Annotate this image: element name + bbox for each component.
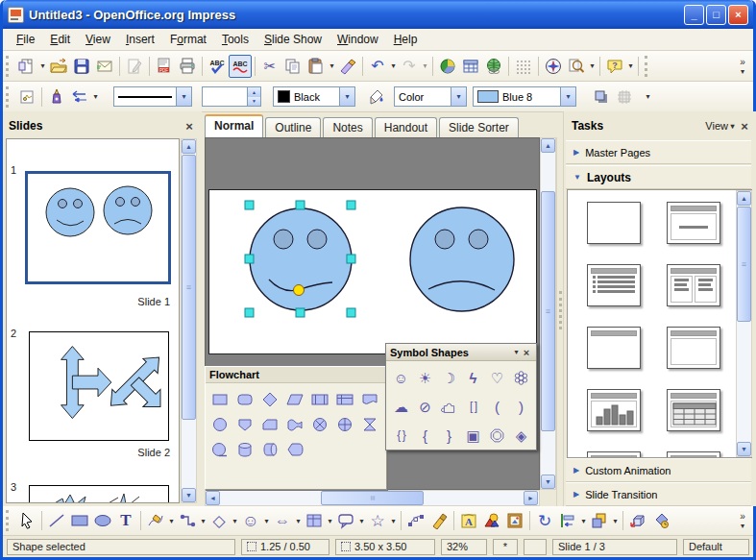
basic-shapes-dropdown-arrow[interactable]: ▾: [231, 517, 239, 525]
paste-dropdown-arrow[interactable]: ▾: [328, 61, 336, 70]
rotate-button[interactable]: ↻: [533, 509, 556, 532]
maximize-button[interactable]: □: [706, 5, 726, 25]
toolbar-options-arrow[interactable]: ▾: [739, 67, 747, 76]
slide-1-thumbnail[interactable]: [25, 171, 171, 284]
save-button[interactable]: [70, 55, 93, 78]
slide-canvas[interactable]: [208, 189, 537, 354]
crop-button[interactable]: [613, 85, 636, 109]
square-bevel-shape-icon[interactable]: ▣: [466, 428, 479, 443]
toolbar-overflow-arrow[interactable]: ▾: [626, 61, 635, 70]
layout-title-table[interactable]: [667, 389, 720, 431]
panel-splitter[interactable]: [556, 137, 563, 506]
cloud-shape-icon[interactable]: ☁: [394, 400, 408, 414]
combo-arrow-icon[interactable]: ▾: [176, 87, 191, 106]
select-tool-button[interactable]: [15, 509, 38, 532]
glue-points-button[interactable]: [427, 509, 451, 532]
octagon-bevel-shape-icon[interactable]: [489, 427, 505, 444]
tab-slide-sorter[interactable]: Slide Sorter: [439, 117, 519, 137]
menu-file[interactable]: File: [9, 30, 42, 49]
flowchart-connector-icon[interactable]: [210, 415, 230, 434]
toolbar-grip[interactable]: [6, 56, 11, 77]
print-button[interactable]: [176, 55, 199, 78]
display-grid-button[interactable]: [512, 55, 535, 78]
object-size-field[interactable]: 3.50 x 3.50: [335, 539, 435, 555]
line-dialog-button[interactable]: [45, 85, 68, 109]
auto-spellcheck-button[interactable]: ABC: [229, 55, 252, 78]
scroll-up-icon[interactable]: ▲: [541, 138, 555, 153]
edit-points-mode-button[interactable]: [15, 85, 38, 109]
left-brace-shape-icon[interactable]: {: [423, 428, 427, 443]
flowchart-internal-storage-icon[interactable]: [335, 390, 354, 409]
section-master-pages[interactable]: ▶ Master Pages: [566, 140, 751, 164]
zoom-dropdown-arrow[interactable]: ▾: [588, 61, 597, 70]
flowchart-dropdown-arrow[interactable]: ▾: [326, 517, 334, 525]
fill-color-select[interactable]: Blue 8 ▾: [473, 86, 576, 107]
flowchart-process-icon[interactable]: [210, 390, 230, 409]
flowchart-sequential-access-icon[interactable]: [210, 440, 230, 459]
menu-insert[interactable]: Insert: [118, 30, 162, 49]
slides-scrollbar[interactable]: ▲ ▼: [181, 138, 197, 503]
tasks-scrollbar[interactable]: ▲ ▼: [736, 190, 752, 457]
zoom-button[interactable]: [565, 55, 588, 78]
chart-button[interactable]: [436, 55, 459, 78]
layout-title-bullets[interactable]: [587, 264, 641, 306]
scroll-right-icon[interactable]: ►: [524, 491, 538, 505]
layout-partial-right[interactable]: [667, 451, 720, 458]
tasks-view-menu[interactable]: View: [705, 120, 728, 132]
text-tool-button[interactable]: T: [114, 509, 137, 532]
arrange-dropdown-arrow[interactable]: ▾: [611, 517, 620, 525]
area-dialog-button[interactable]: [365, 85, 388, 109]
scroll-down-icon[interactable]: ▼: [737, 442, 751, 456]
alignment-dropdown-arrow[interactable]: ▾: [579, 517, 588, 525]
slides-scrollbar-thumb[interactable]: [182, 155, 196, 420]
double-brace-shape-icon[interactable]: { }: [397, 429, 404, 441]
flowchart-punched-tape-icon[interactable]: [285, 415, 305, 434]
tab-outline[interactable]: Outline: [265, 117, 321, 137]
right-bracket-shape-icon[interactable]: ): [519, 400, 524, 414]
right-brace-shape-icon[interactable]: }: [447, 428, 451, 443]
symbol-shapes-button[interactable]: ☺: [239, 509, 262, 532]
toolbar-chevron[interactable]: »: [740, 57, 745, 67]
flowchart-or-icon[interactable]: [335, 415, 354, 434]
copy-button[interactable]: [281, 55, 305, 78]
flowchart-magnetic-disc-icon[interactable]: [235, 440, 255, 459]
stars-button[interactable]: ☆: [366, 509, 389, 532]
flower-shape-icon[interactable]: [513, 370, 529, 386]
scroll-left-icon[interactable]: ◄: [206, 491, 220, 505]
flowchart-direct-access-storage-icon[interactable]: [260, 440, 280, 459]
canvas-vscrollbar-thumb[interactable]: [541, 191, 555, 431]
flowchart-toolbar-title[interactable]: Flowchart: [206, 367, 386, 383]
callouts-button[interactable]: [334, 509, 357, 532]
canvas-hscrollbar-thumb[interactable]: [321, 491, 424, 505]
title-bar[interactable]: Untitled3 - OpenOffice.org Impress _ □ ×: [3, 0, 753, 29]
toolbar-chevron[interactable]: »: [740, 511, 745, 522]
spin-down-icon[interactable]: ▼: [248, 97, 260, 107]
cut-button[interactable]: ✂: [258, 55, 281, 78]
open-button[interactable]: [47, 55, 70, 78]
menu-slide-show[interactable]: Slide Show: [256, 30, 329, 49]
connector-dropdown-arrow[interactable]: ▾: [199, 517, 207, 525]
flowchart-summing-junction-icon[interactable]: [310, 415, 329, 434]
close-button[interactable]: ×: [728, 5, 748, 25]
line-color-select[interactable]: Black ▾: [273, 86, 355, 107]
lightning-shape-icon[interactable]: ϟ: [470, 371, 477, 385]
shadow-button[interactable]: [590, 85, 613, 109]
extrusion-button[interactable]: [626, 509, 649, 532]
section-slide-transition[interactable]: ▶ Slide Transition: [566, 482, 751, 506]
scroll-down-icon[interactable]: ▼: [182, 488, 196, 502]
hyperlink-button[interactable]: [482, 55, 505, 78]
format-paintbrush-button[interactable]: [336, 55, 359, 78]
stars-dropdown-arrow[interactable]: ▾: [389, 517, 398, 525]
email-button[interactable]: [93, 55, 116, 78]
line-style-select[interactable]: ▾: [113, 86, 192, 107]
smiley-sad-shape[interactable]: [410, 207, 514, 311]
left-bracket-shape-icon[interactable]: (: [495, 400, 500, 414]
flowchart-predefined-process-icon[interactable]: [310, 390, 329, 409]
combo-arrow-icon[interactable]: ▾: [560, 87, 575, 106]
section-layouts[interactable]: ▼ Layouts: [566, 165, 751, 189]
arrow-style-button[interactable]: [68, 85, 91, 109]
menu-window[interactable]: Window: [329, 30, 386, 49]
new-dropdown-arrow[interactable]: ▾: [38, 61, 47, 70]
curve-dropdown-arrow[interactable]: ▾: [167, 517, 176, 525]
adjustment-handle[interactable]: [294, 285, 305, 296]
